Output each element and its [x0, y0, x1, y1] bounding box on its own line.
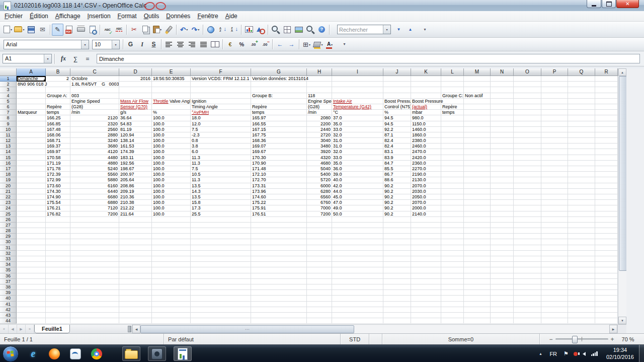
cell-E40[interactable] — [152, 296, 191, 301]
row-header-17[interactable]: 17 — [0, 166, 17, 172]
cell-N12[interactable] — [491, 138, 514, 143]
row-header-6[interactable]: 6 — [0, 104, 17, 110]
cell-I23[interactable]: 47.0 — [332, 200, 383, 205]
cell-Q29[interactable] — [568, 234, 595, 239]
cell-E1[interactable]: 18:56:50:30835 — [152, 76, 191, 82]
cell-N9[interactable] — [491, 121, 514, 127]
column-header-B[interactable]: B — [46, 68, 70, 76]
cell-J4[interactable] — [383, 93, 411, 99]
cell-J16[interactable]: 84.7 — [383, 161, 411, 166]
cell-I3[interactable] — [332, 87, 383, 93]
cell-K27[interactable] — [411, 223, 441, 228]
row-header-23[interactable]: 23 — [0, 200, 17, 205]
row-header-33[interactable]: 33 — [0, 256, 17, 262]
cell-Q1[interactable] — [568, 76, 595, 82]
borders-dropdown-icon[interactable]: ▾ — [309, 43, 310, 46]
cell-M36[interactable] — [464, 273, 491, 279]
cell-I36[interactable] — [332, 273, 383, 279]
scroll-right-icon[interactable]: ▶ — [609, 325, 617, 333]
horizontal-scrollbar[interactable]: ◀ ⋯ ▶ — [132, 325, 617, 333]
cell-K19[interactable]: 2130.0 — [411, 177, 441, 183]
cell-G39[interactable] — [251, 290, 307, 296]
cell-I2[interactable] — [332, 82, 383, 87]
cell-G10[interactable]: 167.15 — [251, 127, 307, 132]
cell-N8[interactable] — [491, 115, 514, 121]
cell-Q9[interactable] — [568, 121, 595, 127]
cell-R43[interactable] — [595, 313, 618, 318]
cell-N11[interactable] — [491, 132, 514, 138]
cell-H11[interactable]: 2720 — [307, 132, 332, 138]
cell-I38[interactable] — [332, 284, 383, 290]
cell-I30[interactable] — [332, 239, 383, 245]
cell-L14[interactable] — [441, 149, 464, 155]
open-document-button[interactable]: ▾ — [14, 24, 25, 36]
cell-H27[interactable] — [307, 223, 332, 228]
cell-J40[interactable] — [383, 296, 411, 301]
cell-F8[interactable]: 18.0 — [191, 115, 251, 121]
taskbar-chrome[interactable] — [88, 346, 106, 361]
cell-P15[interactable] — [541, 155, 568, 161]
cell-N18[interactable] — [491, 172, 514, 177]
cell-G9[interactable]: 166.55 — [251, 121, 307, 127]
cell-P41[interactable] — [541, 302, 568, 307]
cell-R13[interactable] — [595, 143, 618, 149]
cell-A23[interactable] — [17, 200, 46, 205]
cell-G30[interactable] — [251, 239, 307, 245]
taskbar-openoffice[interactable] — [66, 346, 85, 361]
cell-Q19[interactable] — [568, 177, 595, 183]
cell-L28[interactable] — [441, 228, 464, 234]
cell-H43[interactable] — [307, 313, 332, 318]
cell-J21[interactable]: 90.2 — [383, 189, 411, 194]
cell-M38[interactable] — [464, 284, 491, 290]
cell-O39[interactable] — [514, 290, 541, 296]
cell-B44[interactable] — [46, 318, 70, 324]
cell-P11[interactable] — [541, 132, 568, 138]
cell-P13[interactable] — [541, 143, 568, 149]
cell-E24[interactable]: 100.0 — [152, 205, 191, 211]
status-page-style[interactable]: Par défaut — [164, 334, 341, 344]
row-header-8[interactable]: 8 — [0, 115, 17, 121]
cell-L5[interactable] — [441, 99, 464, 104]
gallery-button[interactable] — [293, 24, 304, 36]
cell-E8[interactable]: 100.0 — [152, 115, 191, 121]
cell-L40[interactable] — [441, 296, 464, 301]
cell-N44[interactable] — [491, 318, 514, 324]
cell-C15[interactable]: 4480 — [70, 155, 119, 161]
cell-F25[interactable]: 25.5 — [191, 211, 251, 217]
cell-B37[interactable] — [46, 279, 70, 284]
cell-N20[interactable] — [491, 183, 514, 189]
cell-B19[interactable]: 172.99 — [46, 177, 70, 183]
cell-N36[interactable] — [491, 273, 514, 279]
increase-indent-button[interactable]: → — [286, 38, 297, 50]
cell-G37[interactable] — [251, 279, 307, 284]
status-insert-mode[interactable]: STD — [341, 334, 369, 344]
cell-C9[interactable]: 2320 — [70, 121, 119, 127]
cell-O18[interactable] — [514, 172, 541, 177]
cell-N22[interactable] — [491, 194, 514, 200]
cell-Q27[interactable] — [568, 223, 595, 228]
row-header-18[interactable]: 18 — [0, 172, 17, 177]
cell-R8[interactable] — [595, 115, 618, 121]
network-icon[interactable] — [591, 351, 598, 356]
cell-O9[interactable] — [514, 121, 541, 127]
row-header-13[interactable]: 13 — [0, 143, 17, 149]
cell-E14[interactable]: 100.0 — [152, 149, 191, 155]
menu-aide[interactable]: Aide — [222, 12, 241, 21]
borders-button[interactable]: ⊞▾ — [301, 38, 312, 50]
auto-spellcheck-button[interactable]: ABC — [113, 24, 125, 36]
font-color-dropdown-icon[interactable]: ▾ — [331, 43, 333, 46]
cell-R4[interactable] — [595, 93, 618, 99]
cell-I35[interactable] — [332, 267, 383, 273]
cell-R35[interactable] — [595, 267, 618, 273]
cell-D18[interactable]: 200.97 — [119, 172, 152, 177]
cell-J42[interactable] — [383, 307, 411, 313]
cell-I17[interactable]: 36.0 — [332, 166, 383, 172]
column-header-C[interactable]: C — [70, 68, 119, 76]
cell-M2[interactable] — [464, 82, 491, 87]
cell-O2[interactable] — [514, 82, 541, 87]
cell-B41[interactable] — [46, 302, 70, 307]
cell-D40[interactable] — [119, 296, 152, 301]
cell-D32[interactable] — [119, 251, 152, 256]
cell-M26[interactable] — [464, 217, 491, 223]
cell-L41[interactable] — [441, 302, 464, 307]
